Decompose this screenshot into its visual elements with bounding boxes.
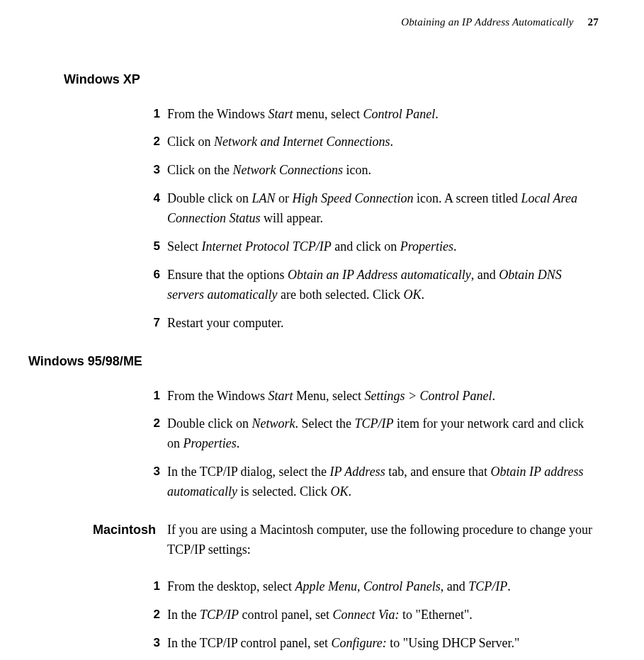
list-item: 3In the TCP/IP control panel, set Config…	[28, 634, 599, 654]
list-item-content: Click on Network and Internet Connection…	[167, 132, 599, 152]
list-item-content: Restart your computer.	[167, 314, 599, 334]
section: Windows 95/98/ME1From the Windows Start …	[28, 352, 599, 502]
list-item: 4Double click on LAN or High Speed Conne…	[28, 189, 599, 229]
list-item: 2Double click on Network. Select the TCP…	[28, 414, 599, 454]
list-item-number: 3	[140, 634, 160, 652]
list-item-number: 1	[140, 387, 160, 405]
list-item: 2Click on Network and Internet Connectio…	[28, 132, 599, 152]
list-item-number: 1	[140, 577, 160, 596]
list-item: 3In the TCP/IP dialog, select the IP Add…	[28, 462, 599, 502]
section: Windows XP1From the Windows Start menu, …	[28, 70, 599, 334]
list-item: 6Ensure that the options Obtain an IP Ad…	[28, 266, 599, 305]
list-item-number: 6	[140, 266, 160, 284]
header-title: Obtaining an IP Address Automatically	[401, 16, 574, 28]
list-item: 1From the Windows Start Menu, select Set…	[28, 387, 599, 406]
list-item-number: 3	[140, 161, 160, 179]
list-item-content: Select Internet Protocol TCP/IP and clic…	[167, 237, 599, 257]
list-item: 5Select Internet Protocol TCP/IP and cli…	[28, 237, 599, 257]
list-item-content: Click on the Network Connections icon.	[167, 161, 599, 181]
list-item-content: Double click on LAN or High Speed Connec…	[167, 189, 599, 229]
list-item-number: 2	[140, 414, 160, 433]
section-intro-row: MacintoshIf you are using a Macintosh co…	[28, 520, 599, 560]
page-number: 27	[588, 16, 599, 28]
list-item: 1From the desktop, select Apple Menu, Co…	[28, 577, 599, 597]
list-item-number: 2	[140, 132, 160, 151]
list-item-content: In the TCP/IP control panel, set Configu…	[167, 634, 599, 654]
list-item-number: 7	[140, 314, 160, 332]
list-item-content: In the TCP/IP dialog, select the IP Addr…	[167, 462, 599, 502]
section-side-label: Macintosh	[28, 520, 167, 540]
list-item-number: 3	[140, 462, 160, 481]
list-item: 3Click on the Network Connections icon.	[28, 161, 599, 181]
section-heading: Windows XP	[64, 70, 599, 89]
list-item-number: 5	[140, 237, 160, 256]
list-item: 1From the Windows Start menu, select Con…	[28, 105, 599, 125]
list-item-content: From the Windows Start menu, select Cont…	[167, 105, 599, 125]
list-item-content: Ensure that the options Obtain an IP Add…	[167, 266, 599, 305]
list-item-content: In the TCP/IP control panel, set Connect…	[167, 605, 599, 625]
list-item: 7Restart your computer.	[28, 314, 599, 334]
ordered-list: 1From the Windows Start menu, select Con…	[28, 105, 599, 334]
list-item: 2In the TCP/IP control panel, set Connec…	[28, 605, 599, 625]
list-item-content: Double click on Network. Select the TCP/…	[167, 414, 599, 454]
list-item-content: From the Windows Start Menu, select Sett…	[167, 387, 599, 406]
ordered-list: 1From the desktop, select Apple Menu, Co…	[28, 577, 599, 660]
page-header: Obtaining an IP Address Automatically 27	[28, 14, 599, 30]
section: MacintoshIf you are using a Macintosh co…	[28, 520, 599, 660]
ordered-list: 1From the Windows Start Menu, select Set…	[28, 387, 599, 502]
section-intro-text: If you are using a Macintosh computer, u…	[167, 520, 599, 560]
section-heading: Windows 95/98/ME	[28, 352, 599, 371]
list-item-number: 1	[140, 105, 160, 123]
list-item-number: 4	[140, 189, 160, 207]
list-item-content: From the desktop, select Apple Menu, Con…	[167, 577, 599, 597]
list-item-number: 2	[140, 605, 160, 624]
